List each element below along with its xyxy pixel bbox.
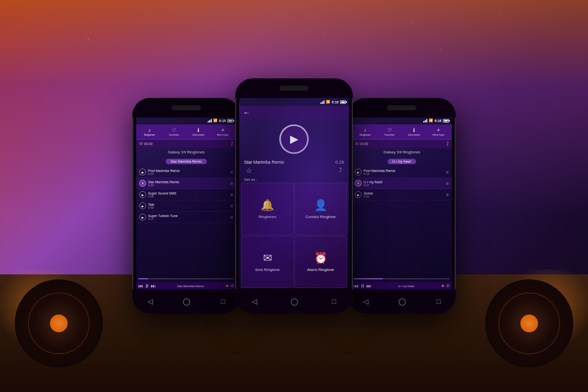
info-icon-right: ℹ [413,127,415,133]
timer-btn-left[interactable]: ⏱ [230,284,234,288]
phone-left-notch [132,98,240,118]
play-btn-2-left[interactable]: ⏸ [139,180,146,187]
title-section-right: Galaxy S9 Ringtones U r my heart [352,148,452,166]
player-bar-top-right: ⏱ 00:00 ⤴ [352,140,452,148]
recent-nav-left[interactable]: □ [221,297,225,305]
fav-btn-left[interactable]: ★ [225,284,229,288]
tab-ringtones-label-left: Ringtones [144,133,155,136]
song-dur-3-left: 0:09 [148,195,228,198]
play-btn-4-left[interactable]: ▶ [139,202,146,209]
song-dur-4-left: 0:08 [148,206,228,209]
back-nav-right[interactable]: ◁ [363,297,368,305]
moreapps-icon-left: + [221,127,224,133]
battery-center [340,100,346,104]
tab-moreapps-label-right: More Apps [433,133,444,136]
center-player: ▶ [239,120,349,157]
song-info-3-right: Jeene 0:20 [364,192,444,198]
home-nav-center[interactable]: ◯ [291,297,298,305]
song-info-1-right: Pool Marimba Remix 0:19 [364,169,444,175]
menu-icon-3-left[interactable]: ≡ [230,192,233,197]
song-dur-1-right: 0:19 [364,172,444,175]
timer-btn-right[interactable]: ⏱ [446,284,450,288]
menu-icon-2-left[interactable]: ≡ [230,181,233,186]
pause-btn-left[interactable]: ⏸ [145,283,149,289]
play-btn-5-left[interactable]: ▶ [139,214,146,220]
home-nav-left[interactable]: ◯ [183,297,191,305]
back-nav-left[interactable]: ◁ [147,297,153,305]
phone-center-notch [235,78,353,98]
wifi-icon-left: 📶 [213,119,218,122]
list-item: ▶ Pool Marimba Remix 0:19 ≡ [352,167,452,178]
recent-nav-center[interactable]: □ [332,297,336,305]
share-icon-left[interactable]: ⤴ [231,141,233,147]
tab-ringtones-right[interactable]: ♪ Ringtones [353,126,377,137]
phone-center-screen: 📶 6:16 ← ▶ Star Marimba Remix 0:29 [239,98,349,288]
set-as-contact[interactable]: 👤 Contact Ringtone [294,183,347,235]
share-icon-right[interactable]: ⤴ [446,141,449,147]
set-as-ringtones[interactable]: 🔔 Ringtones [241,183,294,235]
menu-icon-1-right[interactable]: ≡ [446,170,449,175]
play-btn-1-left[interactable]: ▶ [139,169,146,175]
skip-fwd-btn-right[interactable]: ⏭ [367,283,371,289]
set-as-alarm[interactable]: ⏰ Alarm Ringtone [294,236,347,288]
back-arrow-center[interactable]: ← [243,109,250,117]
song-name-1-right: Pool Marimba Remix [364,169,444,172]
set-as-grid: 🔔 Ringtones 👤 Contact Ringtone ✉ Sms Rin… [239,183,349,288]
song-info-2-right: U r my heart 0:07 [364,180,444,187]
menu-icon-1-left[interactable]: ≡ [230,170,233,175]
phones-container: 📶 6:16 ♪ Ringtones ♡ Favorites ℹ Informa… [0,0,588,392]
sms-icon: ✉ [263,252,272,265]
skip-fwd-btn-left[interactable]: ⏭ [151,283,156,289]
tab-information-left[interactable]: ℹ Information [186,126,211,137]
big-play-btn[interactable]: ▶ [279,124,309,154]
set-as-sms[interactable]: ✉ Sms Ringtone [241,236,294,288]
phone-left-screen: 📶 6:16 ♪ Ringtones ♡ Favorites ℹ Informa… [136,117,236,290]
set-as-label: Set as : [239,176,349,183]
tab-favorites-left[interactable]: ♡ Favorites [162,126,186,137]
notch-bar-right [387,105,416,110]
skip-back-btn-right[interactable]: ⏮ [354,283,359,289]
back-nav-center[interactable]: ◁ [252,297,257,305]
status-bar-center: 📶 6:16 [239,98,349,106]
progress-bar-right[interactable] [354,278,450,279]
fav-btn-right[interactable]: ★ [441,284,444,288]
tab-moreapps-left[interactable]: + More Apps [211,126,235,137]
menu-icon-2-right[interactable]: ≡ [446,181,449,186]
highlighted-song-right[interactable]: U r my heart [388,159,416,164]
list-item: ▶ Tale 0:08 ≡ [136,200,236,212]
tab-ringtones-left[interactable]: ♪ Ringtones [137,126,162,137]
recent-nav-right[interactable]: □ [437,297,441,305]
wifi-icon-right: 📶 [429,119,433,122]
play-btn-1-right[interactable]: ▶ [355,169,362,175]
bottom-nav-right: ◁ ◯ □ [348,289,456,314]
bell-icon: 🔔 [261,199,274,212]
play-btn-3-left[interactable]: ▶ [139,191,146,198]
skip-back-btn-left[interactable]: ⏮ [138,283,143,289]
sms-ringtone-label: Sms Ringtone [255,268,280,272]
play-btn-2-right[interactable]: ⏸ [355,180,362,187]
tab-favorites-right[interactable]: ♡ Favorites [377,126,402,137]
highlighted-song-left[interactable]: Star Marimba Remix [166,159,207,164]
progress-fill-left [138,278,148,279]
star-icon-center[interactable]: ☆ [246,167,252,174]
back-bar-center: ← [239,106,349,120]
progress-bar-left[interactable] [138,278,234,279]
menu-icon-5-left[interactable]: ≡ [230,215,233,220]
status-time-right: 6:16 [435,119,441,122]
track-name-left: Star Marimba Remix [157,285,224,288]
tab-moreapps-right[interactable]: + More Apps [426,126,451,137]
song-dur-1-left: 0:19 [148,172,228,175]
share-icon-center[interactable]: ⤴ [339,167,342,174]
play-btn-3-right[interactable]: ▶ [355,191,362,198]
song-name-2-left: Star Marimba Remix [148,180,228,184]
menu-icon-4-left[interactable]: ≡ [230,203,233,209]
song-info-3-left: Super Sound SMS 0:09 [148,192,228,198]
tab-information-right[interactable]: ℹ Information [402,126,426,137]
center-content: 📶 6:16 ← ▶ Star Marimba Remix 0:29 [239,98,349,288]
time-display-left: ⏱ 00:00 [139,142,153,146]
phone-center: 📶 6:16 ← ▶ Star Marimba Remix 0:29 [235,78,353,314]
menu-icon-3-right[interactable]: ≡ [446,192,449,197]
song-list-left: ▶ Pool Marimba Remix 0:19 ≡ ⏸ Star Marim… [136,166,236,224]
home-nav-right[interactable]: ◯ [398,297,406,305]
pause-btn-right[interactable]: ⏸ [360,283,365,289]
